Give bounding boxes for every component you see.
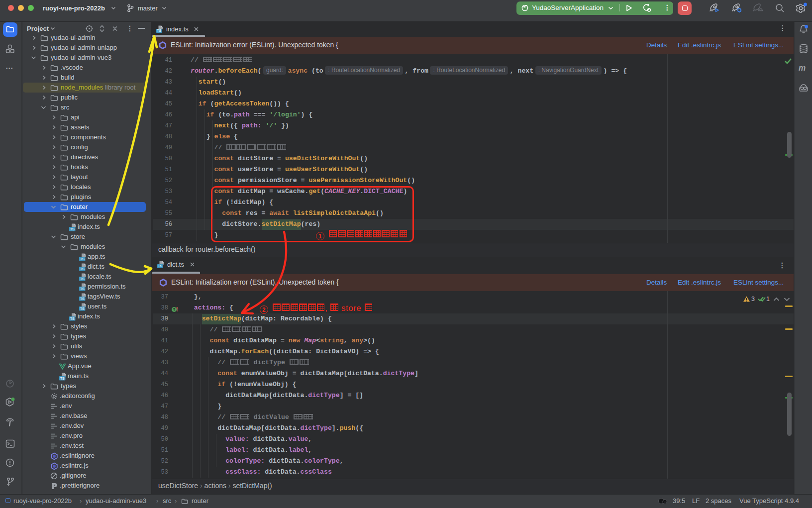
svg-text:TS: TS bbox=[80, 307, 85, 310]
svg-text:TS: TS bbox=[158, 264, 162, 268]
svg-text:TS: TS bbox=[70, 227, 75, 231]
svg-text:TS: TS bbox=[70, 317, 75, 320]
svg-text:TS: TS bbox=[80, 257, 85, 261]
svg-text:TS: TS bbox=[60, 377, 65, 380]
svg-text:TS: TS bbox=[80, 287, 85, 291]
svg-text:TS: TS bbox=[80, 277, 85, 281]
svg-text:TS: TS bbox=[80, 297, 85, 301]
svg-text:TS: TS bbox=[80, 267, 85, 271]
svg-text:TS: TS bbox=[157, 29, 161, 32]
